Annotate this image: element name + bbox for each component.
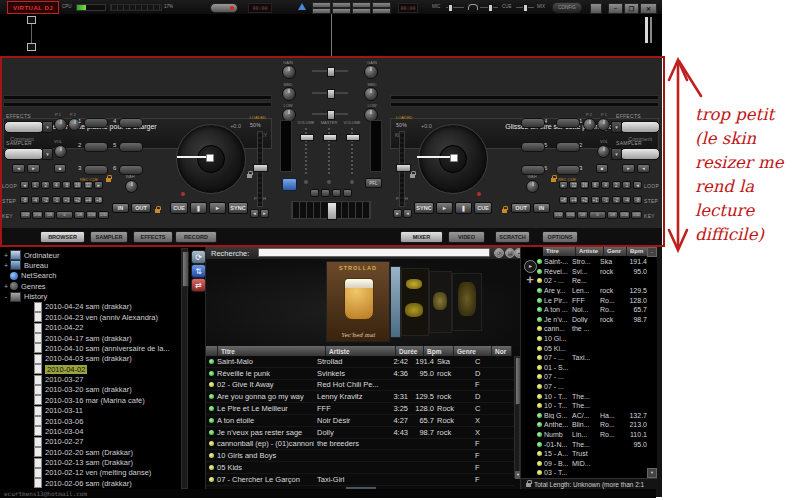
sidelist-row[interactable]: 07 - ...	[535, 372, 653, 382]
cue-mix-slider[interactable]	[516, 7, 534, 8]
cover-flow[interactable]: STROLLAD Yec'hed mat	[206, 259, 521, 346]
channel-fader-handle[interactable]	[323, 134, 337, 141]
pfl-right-button[interactable]: PFL	[365, 178, 382, 188]
deck-left-song-position[interactable]	[3, 95, 272, 100]
key-button[interactable]: 1/8	[44, 211, 55, 219]
effects-dropdown-arrow-icon[interactable]: ▾	[611, 121, 622, 133]
album-cover-right-3[interactable]	[452, 273, 482, 331]
column-header-Bpm[interactable]: Bpm	[424, 346, 454, 356]
loop-button[interactable]: 8	[62, 181, 71, 189]
sidelist-row[interactable]: 02 - ...Re...	[535, 276, 653, 286]
crossfader-mode-button[interactable]	[343, 189, 352, 197]
sidelist-row[interactable]: Saint-...Stro...Ska191.4	[535, 257, 653, 267]
sidelist-row[interactable]: -01-N...The...95.0	[535, 439, 653, 449]
channel-fader-handle[interactable]	[300, 134, 314, 141]
effects-dropdown[interactable]	[620, 121, 660, 133]
deck-right-song-position[interactable]	[390, 95, 659, 100]
eq-knob-left[interactable]	[282, 65, 296, 79]
folder-item[interactable]: 2010-04-02	[26, 364, 87, 374]
sidelist-row[interactable]: 09 - B...MID...	[535, 459, 653, 469]
wah-knob[interactable]	[125, 180, 138, 193]
step-button[interactable]: +1	[62, 196, 71, 204]
video-crossfade-handle[interactable]	[327, 89, 335, 99]
loop-button[interactable]: ►	[94, 181, 103, 189]
step-button[interactable]: -8	[20, 196, 29, 204]
play-button[interactable]: ►	[209, 202, 226, 214]
track-row[interactable]: Are you gonna go my wayLenny Kravitz3:31…	[206, 391, 514, 403]
folder-item[interactable]: 2010-04-24 sam (drakkar)	[26, 302, 132, 312]
folder-item[interactable]: 2010-03-20 sam (drakkar)	[26, 385, 132, 395]
album-cover-center[interactable]: STROLLAD Yec'hed mat	[326, 261, 390, 342]
folder-item[interactable]: 2010-02-12 ven (melting danse)	[26, 468, 151, 478]
folder-item[interactable]: +Ordinateur	[2, 250, 59, 260]
step-button[interactable]: +8	[94, 196, 103, 204]
video-crossfade-handle[interactable]	[327, 67, 335, 77]
sampler-vol-knob[interactable]	[54, 145, 67, 158]
track-row[interactable]: Saint-MaloStrollad2:42191.4SkaC	[206, 356, 514, 368]
key-button[interactable]: 1/8	[607, 211, 618, 219]
panel-button-browser[interactable]: BROWSER	[40, 231, 85, 243]
sample-slot-button[interactable]	[119, 142, 143, 152]
panel-button-mixer[interactable]: MIXER	[400, 231, 443, 243]
folder-item[interactable]: 2010-03-16 mar (Marina café)	[26, 395, 145, 405]
folder-item[interactable]: -History	[2, 292, 47, 302]
loop-button[interactable]: ►	[559, 181, 568, 189]
layout-preset-button[interactable]	[332, 8, 351, 14]
search-input[interactable]	[258, 248, 490, 257]
deck-left-cue-strip[interactable]	[3, 102, 272, 107]
column-header-Artiste[interactable]: Artiste	[326, 346, 396, 356]
sidelist-panel-icon[interactable]: ⇅	[191, 264, 206, 278]
pitch-slider-handle[interactable]	[253, 164, 268, 172]
folder-item[interactable]: NetSearch	[2, 271, 56, 281]
sidelist-row[interactable]: 07 - ...	[535, 382, 653, 392]
folder-scrollbar-thumb[interactable]	[182, 251, 189, 287]
sidelist-column-header-Titre[interactable]: Titre	[543, 246, 576, 256]
loop-button[interactable]: 1	[622, 181, 631, 189]
pitch-bend-plus-button[interactable]: ►	[393, 209, 402, 218]
folder-item[interactable]: +Genres	[2, 281, 46, 291]
loop-button[interactable]: 32	[84, 181, 93, 189]
key-button[interactable]: 0	[589, 211, 606, 219]
sidelist-row[interactable]: 03 - T...	[535, 468, 653, 478]
pfl-left-button[interactable]	[282, 178, 297, 191]
mic-slider[interactable]	[446, 7, 464, 8]
step-button[interactable]: -1	[601, 196, 610, 204]
folder-item[interactable]: 2010-04-10 sam (anniversaire de la...	[26, 343, 170, 353]
rhythm-window[interactable]	[0, 14, 662, 58]
folder-item[interactable]: 2010-03-27	[26, 375, 83, 385]
config-button[interactable]: CONFIG	[552, 2, 582, 13]
step-button[interactable]: -4	[31, 196, 40, 204]
sample-slot-button[interactable]	[521, 142, 545, 152]
album-cover-spine[interactable]	[390, 266, 401, 338]
crossfader-mode-button[interactable]	[321, 189, 330, 197]
folder-item[interactable]: 2010-03-11	[26, 406, 83, 416]
key-button[interactable]: 1/32	[553, 211, 564, 219]
pitch-slider-handle[interactable]	[396, 164, 411, 172]
loop-button[interactable]: 32	[569, 181, 578, 189]
effect-knob-1[interactable]	[597, 118, 610, 131]
expand-toggle-icon[interactable]: +	[2, 283, 10, 290]
key-button[interactable]: 1/32	[631, 211, 642, 219]
step-button[interactable]: +1	[591, 196, 600, 204]
sampler-dropdown-arrow-icon[interactable]: ▾	[611, 148, 622, 160]
step-button[interactable]: +2	[73, 196, 82, 204]
key-button[interactable]: 1/32	[20, 211, 31, 219]
pitch-bend-minus-button[interactable]: ◄	[403, 209, 412, 218]
cue-button[interactable]: CUE	[474, 202, 492, 214]
sampler-prev-button[interactable]: ◄	[12, 164, 25, 173]
eq-knob-right[interactable]	[364, 87, 378, 101]
close-button[interactable]: ✕	[640, 3, 657, 14]
sidelist-row[interactable]: Le Pir...FFFRo...128.0	[535, 295, 653, 305]
layout-preset-button[interactable]	[372, 8, 391, 14]
step-button[interactable]: +2	[580, 196, 589, 204]
expand-toggle-icon[interactable]: -	[2, 293, 10, 300]
crossfader-handle[interactable]	[327, 202, 337, 220]
stop-button[interactable]: ❚	[190, 202, 207, 214]
key-button[interactable]: 1/8	[577, 211, 588, 219]
track-row[interactable]: A ton étoileNoir Désir4:2765.7RockX	[206, 415, 514, 427]
help-button[interactable]	[590, 3, 602, 14]
loop-button[interactable]: 4	[52, 181, 61, 189]
sidelist-row[interactable]: Je n'v...Dollyrock98.7	[535, 315, 653, 325]
loop-button[interactable]: 4	[601, 181, 610, 189]
eq-knob-left[interactable]	[282, 87, 296, 101]
